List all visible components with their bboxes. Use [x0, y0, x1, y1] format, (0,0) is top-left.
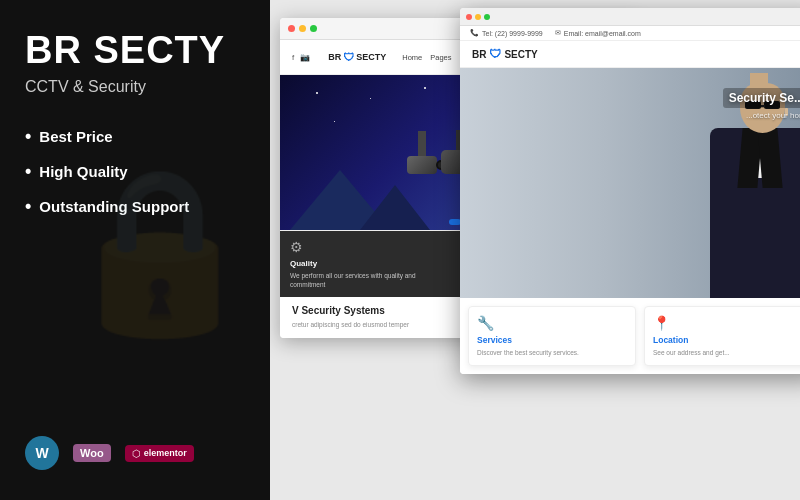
elementor-badge: ⬡ elementor [125, 445, 194, 462]
feature-item-1: Best Price [25, 126, 245, 147]
service-card-title-1: Services [477, 335, 627, 345]
right-panel: f 📷 BR 🛡 SECTY Home Pages Blog Shop Cont… [270, 0, 800, 500]
services-icon: 🔧 [477, 315, 627, 331]
email-address: Email: email@email.com [564, 30, 641, 37]
browser-window-2: 📞 Tel: (22) 9999-9999 ✉ Email: email@ema… [460, 8, 800, 374]
phone-info: 📞 Tel: (22) 9999-9999 [470, 29, 543, 37]
phone-icon: 📞 [470, 29, 479, 37]
brand-title: BR SECTY [25, 30, 245, 72]
logo-shield-icon: 🛡 [489, 47, 501, 61]
left-panel: 🔒 BR SECTY CCTV & Security Best Price Hi… [0, 0, 270, 500]
woocommerce-badge: Woo [73, 444, 111, 462]
location-icon: 📍 [653, 315, 800, 331]
hero-headline: Security Se... [723, 88, 800, 108]
nav-pages[interactable]: Pages [430, 53, 451, 62]
hero-text-area: Security Se... ...otect your home [723, 88, 800, 120]
browser-dot-red [288, 25, 295, 32]
email-icon: ✉ [555, 29, 561, 37]
logo-2: BR 🛡 SECTY [472, 47, 538, 61]
service-card-title-2: Location [653, 335, 800, 345]
dot-green-2 [484, 14, 490, 20]
camera-1-group [407, 131, 437, 174]
instagram-icon: 📷 [300, 53, 310, 62]
feature-card-text-1: We perform all our services with quality… [290, 271, 450, 289]
features-list: Best Price High Quality Outstanding Supp… [25, 126, 245, 217]
person-hero: Security Se... ...otect your home [460, 68, 800, 298]
plugin-badges: W Woo ⬡ elementor [25, 416, 245, 470]
elementor-icon: ⬡ [132, 448, 141, 459]
wordpress-badge: W [25, 436, 59, 470]
quality-icon: ⚙ [290, 239, 450, 255]
feature-card-1: ⚙ Quality We perform all our services wi… [280, 231, 461, 297]
logo-text: BR [328, 52, 341, 62]
feature-label-3: Outstanding Support [39, 198, 189, 215]
logo-secty-text: SECTY [504, 49, 537, 60]
service-card-text-1: Discover the best security services. [477, 348, 627, 357]
facebook-icon: f [292, 53, 294, 62]
contact-bar: 📞 Tel: (22) 9999-9999 ✉ Email: email@ema… [460, 26, 800, 41]
site-nav-2: BR 🛡 SECTY [460, 41, 800, 68]
shield-icon: 🛡 [343, 51, 354, 63]
camera-1-body [407, 156, 437, 174]
feature-label-2: High Quality [39, 163, 127, 180]
elementor-label: elementor [144, 448, 187, 458]
logo-text-2: SECTY [356, 52, 386, 62]
brand-section: BR SECTY CCTV & Security Best Price High… [25, 30, 245, 231]
brand-subtitle: CCTV & Security [25, 78, 245, 96]
browser-dot-yellow [299, 25, 306, 32]
woocommerce-label: Woo [80, 447, 104, 459]
service-card-text-2: See our address and get... [653, 348, 800, 357]
social-icons-area: f 📷 [292, 53, 310, 62]
site-logo-1: BR 🛡 SECTY [328, 51, 386, 63]
wordpress-icon: W [35, 445, 48, 461]
feature-card-title-1: Quality [290, 259, 450, 268]
suit-lapel-right [757, 128, 782, 188]
service-cards: 🔧 Services Discover the best security se… [460, 298, 800, 374]
dot-red-2 [466, 14, 472, 20]
logo-br-text: BR [472, 49, 486, 60]
hero-subtext: ...otect your home [723, 111, 800, 120]
feature-item-2: High Quality [25, 161, 245, 182]
nav-home[interactable]: Home [402, 53, 422, 62]
service-card-1: 🔧 Services Discover the best security se… [468, 306, 636, 366]
person-neck [750, 73, 768, 88]
browser-bar-2 [460, 8, 800, 26]
person-body [710, 128, 800, 298]
browser-dot-green [310, 25, 317, 32]
mountain-3 [360, 185, 430, 230]
feature-item-3: Outstanding Support [25, 196, 245, 217]
email-info: ✉ Email: email@email.com [555, 29, 641, 37]
service-card-2: 📍 Location See our address and get... [644, 306, 800, 366]
camera-1-pole [418, 131, 426, 156]
feature-label-1: Best Price [39, 128, 112, 145]
phone-number: Tel: (22) 9999-9999 [482, 30, 543, 37]
dot-yellow-2 [475, 14, 481, 20]
